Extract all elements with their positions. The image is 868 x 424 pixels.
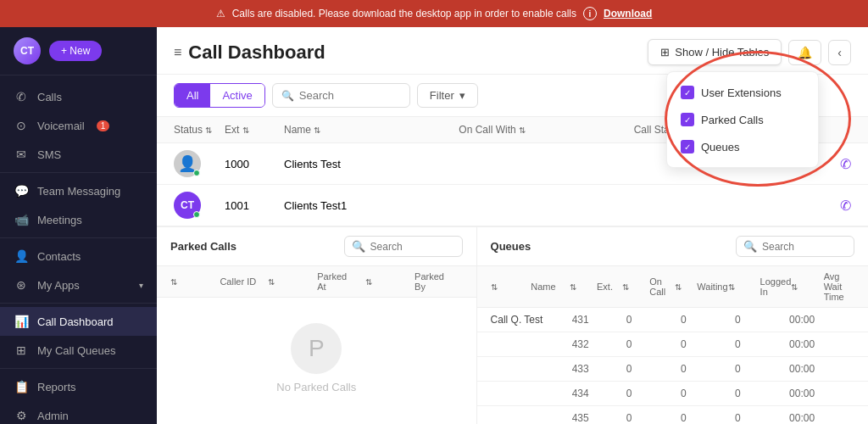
dropdown-item-label: User Extensions	[701, 86, 782, 99]
queue-avg-wait: 00:00	[789, 314, 854, 326]
queue-on-call: 0	[626, 412, 681, 424]
sidebar-item-label: Admin	[37, 410, 69, 422]
team-messaging-icon: 💬	[14, 184, 29, 198]
main-content: ≡ Call Dashboard ⊞ Show / Hide Tables 🔔 …	[157, 27, 868, 424]
call-dashboard-icon: 📊	[14, 315, 29, 328]
queue-logged-in: 0	[735, 314, 789, 326]
queue-logged-in: 0	[735, 363, 789, 375]
dropdown-item-parked-calls[interactable]: ✓ Parked Calls	[667, 106, 818, 133]
queue-logged-in: 0	[735, 338, 789, 350]
sidebar-item-reports[interactable]: 📋 Reports	[0, 372, 157, 401]
sidebar-item-my-call-queues[interactable]: ⊞ My Call Queues	[0, 336, 157, 365]
col-header-ext: Ext ⇅	[225, 124, 284, 136]
col-header-oncallwith: On Call With ⇅	[459, 124, 633, 136]
sidebar-item-label: My Apps	[37, 279, 80, 292]
sidebar-item-contacts[interactable]: 👤 Contacts	[0, 242, 157, 271]
checkbox-queues: ✓	[681, 140, 694, 153]
queue-rows-container: Call Q. Test 431 0 0 0 00:00 432 0 0 0 0…	[477, 308, 868, 424]
sidebar-item-team-messaging[interactable]: 💬 Team Messaging	[0, 176, 157, 205]
sidebar-item-label: SMS	[37, 148, 61, 161]
dropdown-item-queues[interactable]: ✓ Queues	[667, 133, 818, 160]
apps-icon: ⊛	[14, 278, 29, 292]
call-action-icon[interactable]: ✆	[840, 198, 851, 213]
status-dot-online	[193, 211, 200, 218]
show-hide-dropdown: ✓ User Extensions ✓ Parked Calls ✓ Queue…	[666, 71, 819, 168]
notification-button[interactable]: 🔔	[788, 40, 821, 65]
sidebar-nav: ✆ Calls ⊙ Voicemail 1 ✉ SMS 💬 Team Messa…	[0, 75, 157, 424]
sidebar-item-calls[interactable]: ✆ Calls	[0, 82, 157, 111]
show-hide-tables-button[interactable]: ⊞ Show / Hide Tables	[648, 39, 782, 65]
col-header-name: Name ⇅	[284, 124, 459, 136]
dropdown-item-label: Queues	[701, 141, 740, 153]
row-ext: 1001	[225, 199, 284, 212]
page-title: Call Dashboard	[188, 42, 325, 64]
nav-divider-4	[0, 368, 157, 369]
filter-button[interactable]: Filter ▾	[417, 83, 478, 108]
queue-table-row: 433 0 0 0 00:00	[477, 357, 868, 382]
bottom-tables: Parked Calls 🔍 ⇅ Caller ID ⇅ ParkedAt ⇅ …	[157, 226, 868, 424]
sidebar-item-meetings[interactable]: 📹 Meetings	[0, 205, 157, 234]
back-button[interactable]: ‹	[828, 40, 851, 65]
queue-on-call: 0	[626, 363, 681, 375]
sidebar-item-label: Team Messaging	[37, 185, 120, 198]
sidebar-item-call-dashboard[interactable]: 📊 Call Dashboard	[0, 307, 157, 336]
chevron-left-icon: ‹	[837, 46, 842, 59]
search-box: 🔍	[272, 83, 410, 108]
row-name: Clients Test1	[284, 199, 459, 212]
queues-search-input[interactable]	[762, 241, 847, 253]
voicemail-badge: 1	[97, 120, 110, 131]
chevron-down-icon: ▾	[139, 281, 143, 290]
queue-on-call: 0	[626, 338, 681, 350]
call-action-icon[interactable]: ✆	[840, 157, 851, 171]
warning-icon: ⚠	[216, 8, 225, 20]
queue-waiting: 0	[681, 388, 735, 399]
active-button[interactable]: Active	[210, 84, 264, 107]
row-actions[interactable]: ✆	[809, 198, 851, 214]
nav-divider-2	[0, 237, 157, 238]
sidebar-logo: CT + New	[0, 27, 157, 75]
search-input[interactable]	[299, 89, 401, 102]
queue-ext: 434	[572, 388, 626, 399]
page-header: ≡ Call Dashboard ⊞ Show / Hide Tables 🔔 …	[157, 27, 868, 75]
avatar: 👤	[174, 150, 201, 177]
sidebar-item-label: Reports	[37, 381, 76, 393]
download-link[interactable]: Download	[604, 8, 652, 20]
parked-table-header: ⇅ Caller ID ⇅ ParkedAt ⇅ ParkedBy	[157, 266, 476, 298]
parked-empty-message: No Parked Calls	[276, 381, 356, 393]
sidebar-item-sms[interactable]: ✉ SMS	[0, 140, 157, 169]
nav-divider-3	[0, 303, 157, 304]
parked-calls-header: Parked Calls 🔍	[157, 227, 476, 266]
sidebar-item-admin[interactable]: ⚙ Admin	[0, 401, 157, 424]
dropdown-item-label: Parked Calls	[701, 114, 764, 126]
calls-icon: ✆	[14, 90, 29, 103]
queue-table-row: 432 0 0 0 00:00	[477, 332, 868, 357]
logo-circle: CT	[14, 37, 41, 64]
queue-table-row: Call Q. Test 431 0 0 0 00:00	[477, 308, 868, 332]
new-button[interactable]: + New	[49, 41, 102, 61]
sms-icon: ✉	[14, 148, 29, 161]
menu-icon[interactable]: ≡	[174, 45, 181, 60]
sidebar-item-my-apps[interactable]: ⊛ My Apps ▾	[0, 271, 157, 299]
col-header-status: Status ⇅	[174, 124, 225, 136]
voicemail-icon: ⊙	[14, 119, 29, 132]
parked-calls-section: Parked Calls 🔍 ⇅ Caller ID ⇅ ParkedAt ⇅ …	[157, 227, 477, 424]
info-icon: i	[583, 7, 597, 20]
bell-icon: 🔔	[798, 46, 812, 59]
queue-table-row: 434 0 0 0 00:00	[477, 382, 868, 406]
sidebar-item-label: Voicemail	[37, 120, 85, 132]
queue-waiting: 0	[681, 412, 735, 424]
table-icon: ⊞	[660, 46, 670, 59]
dropdown-item-user-extensions[interactable]: ✓ User Extensions	[667, 79, 818, 106]
queue-on-call: 0	[626, 314, 681, 326]
checkbox-user-extensions: ✓	[681, 86, 694, 99]
queue-logged-in: 0	[735, 412, 789, 424]
all-button[interactable]: All	[175, 84, 210, 107]
queue-on-call: 0	[626, 388, 681, 399]
contacts-icon: 👤	[14, 249, 29, 263]
parked-search-input[interactable]	[370, 241, 455, 253]
sidebar-item-voicemail[interactable]: ⊙ Voicemail 1	[0, 111, 157, 140]
all-active-toggle: All Active	[174, 83, 265, 108]
header-actions: ⊞ Show / Hide Tables 🔔 ‹	[648, 39, 851, 65]
sidebar-item-label: Call Dashboard	[37, 315, 114, 328]
sidebar-item-label: Meetings	[37, 214, 82, 226]
